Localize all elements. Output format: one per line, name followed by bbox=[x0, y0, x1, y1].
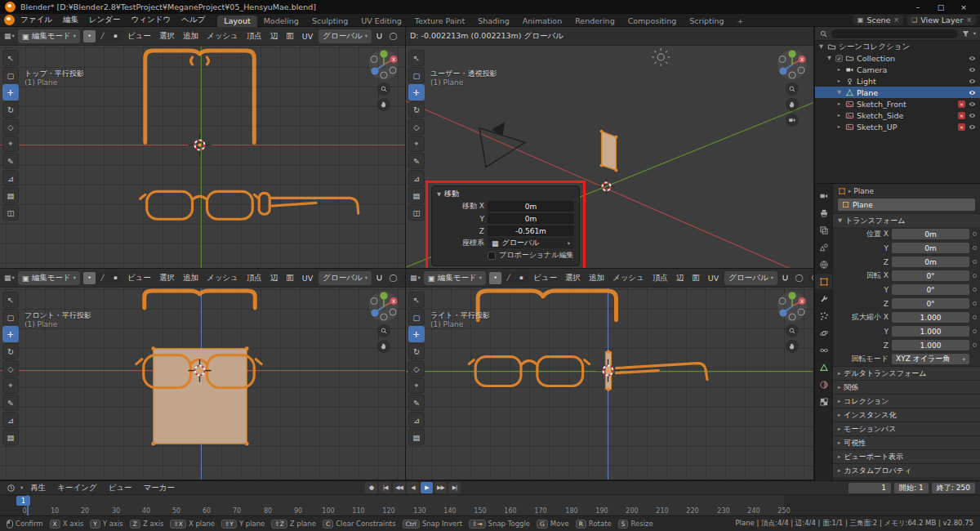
menu-playback[interactable]: 再生 bbox=[26, 483, 50, 493]
menu-edge[interactable]: 辺 bbox=[268, 31, 281, 42]
tool-add-cube[interactable]: ▤ bbox=[408, 187, 425, 203]
rotation-z-field[interactable]: 0° bbox=[892, 298, 969, 309]
excluded-render-icon[interactable]: × bbox=[958, 100, 965, 108]
tool-measure[interactable]: ⊿ bbox=[408, 170, 425, 186]
proportional-edit-icon[interactable]: ◯ bbox=[387, 274, 399, 282]
tool-measure[interactable]: ⊿ bbox=[408, 412, 425, 428]
tool-extrude[interactable]: ◫ bbox=[408, 204, 425, 221]
menu-uv[interactable]: UV bbox=[300, 274, 315, 283]
menu-edge[interactable]: 辺 bbox=[268, 273, 281, 283]
orientation-select[interactable]: ▦ グローバル ▾ bbox=[488, 238, 574, 248]
tab-texture[interactable] bbox=[815, 394, 832, 409]
tool-rotate[interactable]: ↻ bbox=[408, 101, 425, 118]
section-custom-properties[interactable]: ▸カスタムプロパティ bbox=[833, 463, 980, 477]
scale-z-field[interactable]: 1.000 bbox=[892, 340, 969, 350]
mode-dropdown[interactable]: ▣編集モード▾ bbox=[18, 29, 80, 43]
scene-selector[interactable]: ▣ Scene × bbox=[853, 15, 903, 25]
hide-eye-icon[interactable] bbox=[968, 88, 977, 97]
current-frame-field[interactable]: 1 bbox=[849, 483, 891, 493]
section-visibility[interactable]: ▸可視性 bbox=[833, 435, 980, 449]
timeline-editor-icon[interactable] bbox=[5, 484, 17, 493]
blender-menu-icon[interactable] bbox=[4, 15, 15, 25]
minimize-button[interactable]: – bbox=[906, 1, 929, 14]
menu-face[interactable]: 面 bbox=[689, 273, 702, 283]
hide-eye-icon[interactable] bbox=[968, 123, 977, 132]
unlink-view-layer-icon[interactable]: × bbox=[966, 16, 972, 24]
tab-world[interactable] bbox=[815, 257, 832, 272]
tool-extrude[interactable]: ◫ bbox=[2, 204, 19, 221]
tab-render[interactable] bbox=[815, 188, 832, 203]
animate-dot-icon[interactable] bbox=[973, 329, 977, 333]
menu-uv[interactable]: UV bbox=[706, 274, 721, 283]
pan-hand-icon[interactable] bbox=[786, 340, 799, 353]
tool-add-cube[interactable]: ▤ bbox=[2, 187, 19, 203]
vertex-select-button[interactable]: • bbox=[489, 272, 501, 284]
menu-view[interactable]: ビュー bbox=[105, 483, 136, 493]
section-transform[interactable]: ▼トランスフォーム bbox=[833, 213, 980, 227]
snap-magnet-icon[interactable] bbox=[375, 32, 384, 41]
zoom-icon[interactable] bbox=[786, 324, 799, 337]
view-layer-selector[interactable]: ❏ View Layer × bbox=[907, 15, 976, 25]
tab-constraints[interactable] bbox=[815, 342, 832, 358]
tool-scale[interactable]: ◇ bbox=[408, 118, 425, 135]
light-object[interactable] bbox=[652, 48, 670, 66]
viewport-front[interactable]: ▦▾ ▣編集モード▾ • ╱ ▪ ビュー 選択 追加 メッシュ 頂点 辺 面 U… bbox=[0, 269, 406, 480]
location-y-field[interactable]: 0m bbox=[892, 243, 969, 253]
nav-gizmo[interactable] bbox=[777, 49, 808, 80]
tool-rotate[interactable]: ↻ bbox=[408, 343, 425, 359]
hide-eye-icon[interactable] bbox=[968, 111, 977, 120]
overlays-icon[interactable]: ▦ bbox=[403, 32, 405, 40]
maximize-button[interactable]: □ bbox=[929, 1, 952, 14]
proportional-checkbox[interactable] bbox=[488, 252, 496, 260]
tool-select-box[interactable]: ▢ bbox=[2, 67, 19, 83]
tool-tweak[interactable]: ↖ bbox=[408, 50, 425, 66]
edge-select-button[interactable]: ╱ bbox=[502, 272, 514, 284]
tab-object[interactable] bbox=[815, 274, 832, 289]
tool-transform[interactable]: ⌖ bbox=[408, 377, 425, 394]
jump-to-start-button[interactable]: |◀ bbox=[379, 482, 391, 493]
tab-physics[interactable] bbox=[815, 325, 832, 341]
rotation-y-field[interactable]: 0° bbox=[892, 284, 969, 295]
tab-sculpting[interactable]: Sculpting bbox=[305, 16, 354, 27]
menu-mesh[interactable]: メッシュ bbox=[610, 273, 647, 283]
snap-magnet-icon[interactable] bbox=[375, 274, 384, 283]
tool-transform[interactable]: ⌖ bbox=[2, 377, 19, 394]
menu-vertex[interactable]: 頂点 bbox=[244, 31, 265, 42]
tool-measure[interactable]: ⊿ bbox=[2, 412, 19, 428]
excluded-render-icon[interactable]: × bbox=[958, 123, 965, 131]
tool-scale[interactable]: ◇ bbox=[408, 360, 425, 377]
play-reverse-button[interactable]: ◀ bbox=[407, 482, 419, 493]
section-relations[interactable]: ▸関係 bbox=[833, 380, 980, 394]
editor-dropdown-icon[interactable]: ▾ bbox=[20, 484, 23, 491]
tool-scale[interactable]: ◇ bbox=[2, 118, 19, 135]
play-button[interactable]: ▶ bbox=[421, 482, 433, 493]
menu-view[interactable]: ビュー bbox=[125, 273, 154, 283]
tab-scene[interactable] bbox=[815, 239, 832, 255]
section-collections[interactable]: ▸コレクション bbox=[833, 394, 980, 408]
pan-hand-icon[interactable] bbox=[377, 98, 390, 111]
tool-tweak[interactable]: ↖ bbox=[408, 292, 425, 308]
nav-gizmo[interactable] bbox=[368, 49, 399, 80]
snap-magnet-icon[interactable] bbox=[781, 274, 790, 283]
tool-select-box[interactable]: ▢ bbox=[408, 309, 425, 325]
frame-end-field[interactable]: 終了:250 bbox=[932, 483, 975, 493]
hide-eye-icon[interactable] bbox=[968, 65, 977, 74]
tool-transform[interactable]: ⌖ bbox=[408, 136, 425, 152]
viewport-top[interactable]: ▦▾ ▣編集モード▾ • ╱ ▪ ビュー 選択 追加 メッシュ 頂点 辺 面 U… bbox=[0, 27, 406, 269]
face-select-button[interactable]: ▪ bbox=[515, 272, 528, 284]
edge-select-button[interactable]: ╱ bbox=[96, 30, 109, 42]
hide-eye-icon[interactable] bbox=[968, 54, 977, 63]
camera-view-icon[interactable] bbox=[786, 114, 799, 127]
frame-start-field[interactable]: 開始:1 bbox=[894, 483, 929, 493]
tool-rotate[interactable]: ↻ bbox=[2, 343, 19, 359]
tool-move[interactable]: ✛ bbox=[2, 326, 19, 342]
menu-window[interactable]: ウィンドウ bbox=[127, 15, 176, 25]
collection-checkbox[interactable]: ✓ bbox=[835, 55, 843, 62]
mode-dropdown[interactable]: ▣編集モード▾ bbox=[18, 271, 80, 285]
tab-shading[interactable]: Shading bbox=[471, 16, 516, 27]
zoom-icon[interactable] bbox=[377, 324, 390, 337]
tool-move[interactable]: ✛ bbox=[408, 326, 425, 342]
editor-type-button[interactable]: ▦▾ bbox=[410, 274, 421, 282]
nav-gizmo[interactable] bbox=[777, 291, 808, 322]
menu-add[interactable]: 追加 bbox=[180, 31, 201, 42]
